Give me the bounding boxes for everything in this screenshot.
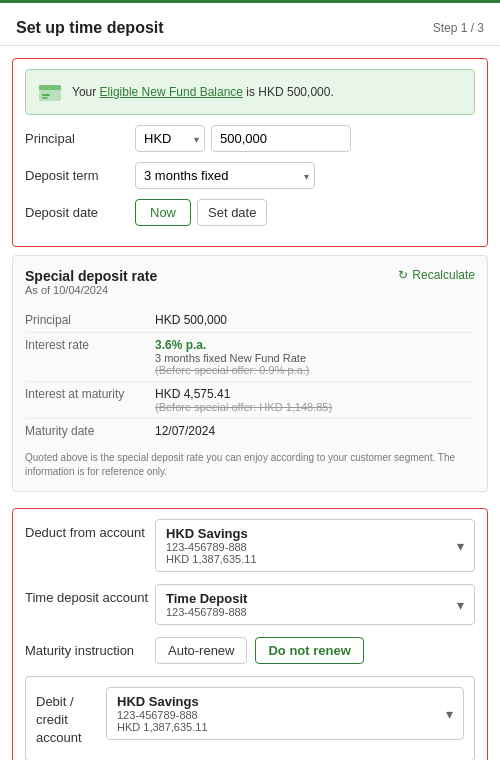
recalculate-icon: ↻: [398, 268, 408, 282]
maturity-buttons: Auto-renew Do not renew: [155, 637, 364, 664]
eligible-icon: [36, 78, 64, 106]
time-deposit-chevron-icon: ▾: [457, 597, 464, 613]
rate-row-maturity-interest: Interest at maturity HKD 4,575.41 (Befor…: [25, 382, 475, 419]
time-deposit-account-info: Time Deposit 123-456789-888: [166, 591, 247, 618]
maturity-instruction-row: Maturity instruction Auto-renew Do not r…: [25, 637, 475, 664]
set-date-button[interactable]: Set date: [197, 199, 267, 226]
rate-key-maturity-date: Maturity date: [25, 424, 155, 438]
deduct-account-name: HKD Savings: [166, 526, 257, 541]
deduct-account-bal: HKD 1,387,635.11: [166, 553, 257, 565]
rate-table: Principal HKD 500,000 Interest rate 3.6%…: [25, 308, 475, 443]
deposit-date-buttons: Now Set date: [135, 199, 475, 226]
principal-label: Principal: [25, 131, 135, 146]
now-button[interactable]: Now: [135, 199, 191, 226]
rate-val-maturity-date: 12/07/2024: [155, 424, 475, 438]
special-rate-header: Special deposit rate As of 10/04/2024 ↻ …: [25, 268, 475, 304]
deposit-term-select[interactable]: 3 months fixed 6 months fixed 12 months …: [135, 162, 315, 189]
deposit-term-select-wrapper: 3 months fixed 6 months fixed 12 months …: [135, 162, 315, 189]
amount-input[interactable]: [211, 125, 351, 152]
time-deposit-account-num: 123-456789-888: [166, 606, 247, 618]
page-header: Set up time deposit Step 1 / 3: [0, 3, 500, 46]
rate-row-maturity-date: Maturity date 12/07/2024: [25, 419, 475, 443]
currency-select-wrapper: HKD USD EUR: [135, 125, 205, 152]
currency-select[interactable]: HKD USD EUR: [135, 125, 205, 152]
rate-key-interest: Interest rate: [25, 338, 155, 376]
time-deposit-account-label: Time deposit account: [25, 584, 155, 605]
eligible-link[interactable]: Eligible New Fund Balance: [100, 85, 243, 99]
top-form-section: Your Eligible New Fund Balance is HKD 50…: [12, 58, 488, 247]
page-title: Set up time deposit: [16, 19, 164, 37]
deduct-account-info: HKD Savings 123-456789-888 HKD 1,387,635…: [166, 526, 257, 565]
rate-val-interest: 3.6% p.a. 3 months fixed New Fund Rate (…: [155, 338, 475, 376]
debit-credit-chevron-icon: ▾: [446, 706, 453, 722]
step-indicator: Step 1 / 3: [433, 21, 484, 35]
time-deposit-account-dropdown[interactable]: Time Deposit 123-456789-888 ▾: [155, 584, 475, 625]
debit-credit-account-num: 123-456789-888: [117, 709, 208, 721]
recalculate-button[interactable]: ↻ Recalculate: [398, 268, 475, 282]
auto-renew-button[interactable]: Auto-renew: [155, 637, 247, 664]
deduct-account-num: 123-456789-888: [166, 541, 257, 553]
rate-key-principal: Principal: [25, 313, 155, 327]
time-deposit-account-row: Time deposit account Time Deposit 123-45…: [25, 584, 475, 625]
rate-val-maturity-interest: HKD 4,575.41 (Before special offer: HKD …: [155, 387, 475, 413]
rate-row-principal: Principal HKD 500,000: [25, 308, 475, 333]
disclaimer-text: Quoted above is the special deposit rate…: [25, 451, 475, 479]
svg-rect-2: [39, 85, 61, 90]
rate-key-maturity-interest: Interest at maturity: [25, 387, 155, 413]
recalculate-label: Recalculate: [412, 268, 475, 282]
deduct-account-row: Deduct from account HKD Savings 123-4567…: [25, 519, 475, 572]
deposit-term-row: Deposit term 3 months fixed 6 months fix…: [25, 162, 475, 189]
debit-credit-row: Debit /creditaccount HKD Savings 123-456…: [36, 687, 464, 748]
deposit-term-label: Deposit term: [25, 168, 135, 183]
debit-credit-label: Debit /creditaccount: [36, 687, 106, 748]
debit-credit-account-bal: HKD 1,387,635.11: [117, 721, 208, 733]
debit-credit-account-name: HKD Savings: [117, 694, 208, 709]
deduct-account-label: Deduct from account: [25, 519, 155, 540]
debit-credit-dropdown[interactable]: HKD Savings 123-456789-888 HKD 1,387,635…: [106, 687, 464, 740]
special-rate-section: Special deposit rate As of 10/04/2024 ↻ …: [12, 255, 488, 492]
eligible-banner: Your Eligible New Fund Balance is HKD 50…: [25, 69, 475, 115]
deduct-account-dropdown[interactable]: HKD Savings 123-456789-888 HKD 1,387,635…: [155, 519, 475, 572]
rate-val-principal: HKD 500,000: [155, 313, 475, 327]
special-rate-date: As of 10/04/2024: [25, 284, 157, 296]
do-not-renew-button[interactable]: Do not renew: [255, 637, 363, 664]
bottom-form-section: Deduct from account HKD Savings 123-4567…: [12, 508, 488, 760]
deposit-term-input-group: 3 months fixed 6 months fixed 12 months …: [135, 162, 475, 189]
principal-row: Principal HKD USD EUR: [25, 125, 475, 152]
rate-row-interest: Interest rate 3.6% p.a. 3 months fixed N…: [25, 333, 475, 382]
deduct-chevron-icon: ▾: [457, 538, 464, 554]
deposit-date-row: Deposit date Now Set date: [25, 199, 475, 226]
principal-input-group: HKD USD EUR: [135, 125, 475, 152]
maturity-instruction-label: Maturity instruction: [25, 643, 155, 658]
debit-credit-account-info: HKD Savings 123-456789-888 HKD 1,387,635…: [117, 694, 208, 733]
deposit-date-label: Deposit date: [25, 205, 135, 220]
time-deposit-account-name: Time Deposit: [166, 591, 247, 606]
special-rate-title: Special deposit rate: [25, 268, 157, 284]
eligible-text: Your Eligible New Fund Balance is HKD 50…: [72, 85, 334, 99]
